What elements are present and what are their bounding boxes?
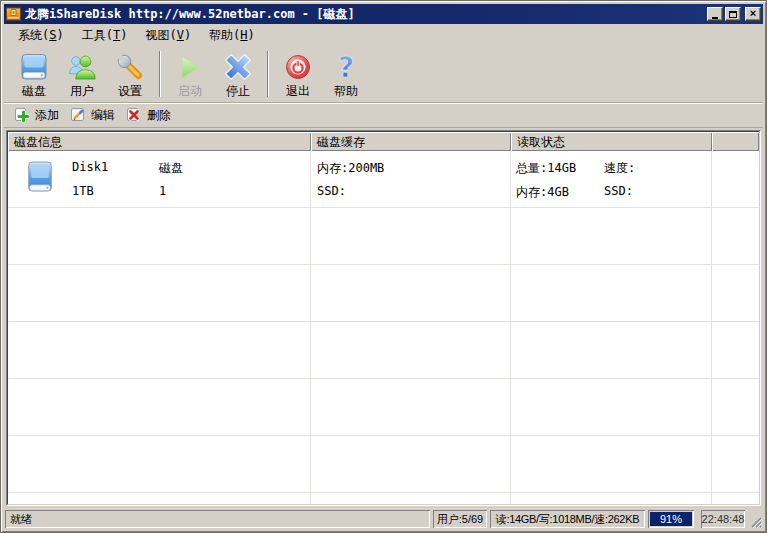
- table-header: 磁盘信息 磁盘缓存 读取状态: [8, 132, 759, 151]
- cache-memory: 内存:200MB: [317, 160, 384, 177]
- pencil-icon: [70, 107, 86, 123]
- app-icon: [6, 7, 21, 21]
- disk-count: 1: [159, 184, 166, 198]
- progress-fill: 91%: [650, 512, 692, 526]
- stop-button-label: 停止: [226, 84, 250, 98]
- empty-row: [8, 493, 759, 504]
- start-button[interactable]: 启动: [166, 49, 214, 99]
- maximize-button[interactable]: [725, 7, 741, 21]
- delete-button-label: 删除: [147, 107, 171, 124]
- read-total: 总量:14GB: [516, 160, 576, 177]
- cell-empty: [712, 151, 759, 208]
- menu-item-view[interactable]: 视图(V): [137, 25, 199, 46]
- toolbar-separator: [267, 51, 269, 97]
- users-icon: [66, 51, 98, 83]
- read-memory: 内存:4GB: [516, 184, 569, 201]
- menu-label: 系统(: [18, 28, 49, 42]
- menu-label: 工具(: [82, 28, 113, 42]
- maximize-icon: [729, 11, 737, 18]
- stop-button[interactable]: 停止: [214, 49, 262, 99]
- table-body: Disk1 磁盘 1TB 1 内存:200MB SSD: 总量:14GB 速度:…: [8, 151, 759, 504]
- help-button[interactable]: ? 帮助: [322, 49, 370, 99]
- menu-label: 帮助(: [209, 28, 240, 42]
- read-speed: 速度:: [604, 160, 635, 177]
- wrench-icon: [114, 51, 146, 83]
- menu-item-help[interactable]: 帮助(H): [201, 25, 263, 46]
- svg-text:?: ?: [338, 51, 354, 83]
- status-io: 读:14GB/写:1018MB/速:262KB: [490, 510, 645, 528]
- close-button[interactable]: ×: [745, 7, 761, 21]
- play-icon: [174, 51, 206, 83]
- resize-grip[interactable]: [748, 514, 762, 528]
- header-read-status[interactable]: 读取状态: [511, 132, 712, 151]
- cell-read-status: 总量:14GB 速度: 内存:4GB SSD:: [511, 151, 712, 208]
- empty-row: [8, 322, 759, 379]
- delete-x-icon: [126, 107, 142, 123]
- table-row[interactable]: Disk1 磁盘 1TB 1 内存:200MB SSD: 总量:14GB 速度:…: [8, 151, 759, 208]
- edit-button[interactable]: 编辑: [67, 105, 121, 126]
- empty-row: [8, 265, 759, 322]
- users-button-label: 用户: [70, 84, 94, 98]
- titlebar[interactable]: 龙腾iShareDisk http://www.52netbar.com - […: [4, 4, 763, 24]
- edit-toolbar: 添加 编辑 删除: [4, 103, 763, 128]
- edit-button-label: 编辑: [91, 107, 115, 124]
- menu-label: ): [120, 28, 127, 42]
- menu-accesskey: V: [177, 28, 184, 42]
- disk-size: 1TB: [72, 184, 94, 198]
- disk-button-label: 磁盘: [22, 84, 46, 98]
- disk-name: Disk1: [72, 160, 108, 174]
- menubar: 系统(S) 工具(T) 视图(V) 帮助(H): [4, 24, 763, 46]
- minimize-icon: [712, 17, 718, 19]
- menu-accesskey: H: [240, 28, 247, 42]
- settings-button-label: 设置: [118, 84, 142, 98]
- start-button-label: 启动: [178, 84, 202, 98]
- header-empty[interactable]: [712, 132, 759, 151]
- disk-table: 磁盘信息 磁盘缓存 读取状态: [6, 130, 761, 506]
- menu-label: ): [184, 28, 191, 42]
- menu-label: 视图(: [145, 28, 176, 42]
- app-window: 龙腾iShareDisk http://www.52netbar.com - […: [0, 0, 767, 533]
- delete-button[interactable]: 删除: [123, 105, 177, 126]
- header-disk-info[interactable]: 磁盘信息: [8, 132, 311, 151]
- menu-item-tools[interactable]: 工具(T): [74, 25, 136, 46]
- cell-disk-cache: 内存:200MB SSD:: [311, 151, 511, 208]
- read-ssd: SSD:: [604, 184, 633, 198]
- menu-label: ): [56, 28, 63, 42]
- minimize-button[interactable]: [707, 7, 723, 21]
- power-icon: [282, 51, 314, 83]
- cell-disk-info: Disk1 磁盘 1TB 1: [8, 151, 311, 208]
- disk-button[interactable]: 磁盘: [10, 49, 58, 99]
- stop-x-icon: [222, 51, 254, 83]
- menu-label: ): [248, 28, 255, 42]
- status-ready: 就绪: [5, 510, 430, 528]
- empty-row: [8, 379, 759, 436]
- help-button-label: 帮助: [334, 84, 358, 98]
- header-disk-cache[interactable]: 磁盘缓存: [311, 132, 511, 151]
- window-title: 龙腾iShareDisk http://www.52netbar.com - […: [25, 6, 703, 23]
- add-button-label: 添加: [35, 107, 59, 124]
- status-users: 用户:5/69: [433, 510, 487, 528]
- users-button[interactable]: 用户: [58, 49, 106, 99]
- disk-table-inner: 磁盘信息 磁盘缓存 读取状态: [7, 131, 760, 505]
- exit-button[interactable]: 退出: [274, 49, 322, 99]
- progress-label: 91%: [660, 511, 682, 527]
- main-toolbar: 磁盘 用户: [4, 46, 763, 103]
- empty-row: [8, 436, 759, 493]
- toolbar-separator: [159, 51, 161, 97]
- exit-button-label: 退出: [286, 84, 310, 98]
- disk-row-icon: [25, 158, 55, 199]
- disk-icon: [18, 51, 50, 83]
- plus-icon: [14, 107, 30, 123]
- add-button[interactable]: 添加: [11, 105, 65, 126]
- status-clock: 22:48:48: [701, 510, 745, 528]
- question-icon: ?: [330, 51, 362, 83]
- status-progress-bar: 91%: [648, 510, 694, 528]
- empty-row: [8, 208, 759, 265]
- cache-ssd: SSD:: [317, 184, 346, 198]
- menu-item-system[interactable]: 系统(S): [10, 25, 72, 46]
- statusbar: 就绪 用户:5/69 读:14GB/写:1018MB/速:262KB 91% 2…: [4, 508, 763, 529]
- close-icon: ×: [750, 8, 756, 19]
- settings-button[interactable]: 设置: [106, 49, 154, 99]
- disk-type: 磁盘: [159, 160, 183, 177]
